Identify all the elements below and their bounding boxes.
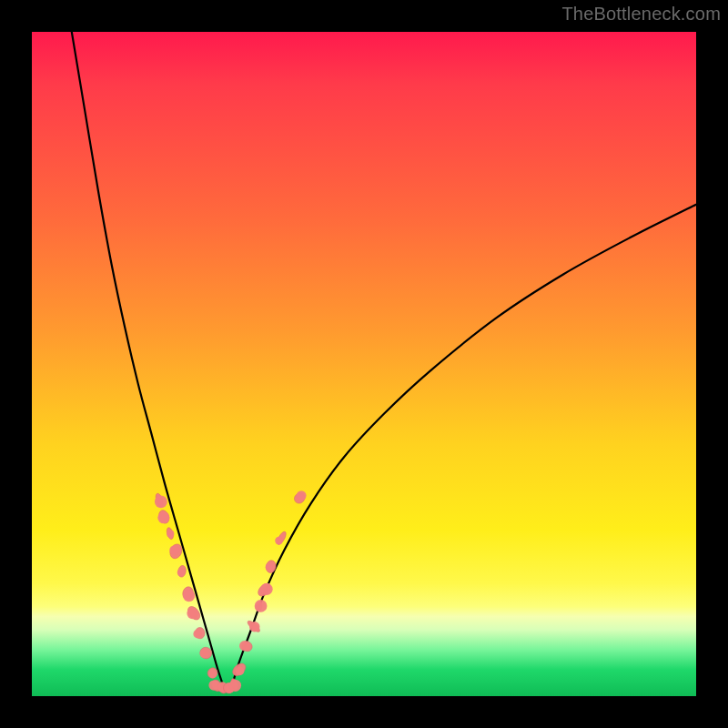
marker-right-cluster (275, 531, 288, 546)
marker-layer (155, 490, 308, 695)
svg-point-17 (200, 649, 209, 658)
marker-left-cluster (155, 492, 167, 508)
chart-plot-area (32, 32, 696, 696)
svg-point-31 (239, 641, 250, 652)
svg-point-35 (255, 600, 268, 612)
svg-point-19 (208, 670, 217, 679)
svg-point-21 (208, 680, 218, 690)
svg-point-13 (187, 608, 197, 619)
chart-svg (32, 32, 696, 696)
marker-right-cluster (256, 581, 273, 599)
marker-right-cluster (265, 560, 277, 574)
marker-right-cluster (239, 640, 254, 653)
svg-point-3 (157, 511, 169, 523)
attribution-text: TheBottleneck.com (561, 4, 721, 25)
svg-point-43 (297, 490, 307, 500)
marker-left-cluster (177, 565, 187, 578)
marker-left-cluster (166, 527, 175, 540)
svg-point-11 (183, 590, 195, 602)
marker-left-cluster (181, 586, 195, 602)
marker-left-cluster (193, 627, 205, 639)
svg-point-27 (229, 680, 241, 692)
curve-layer (72, 32, 696, 690)
svg-point-39 (266, 563, 273, 571)
svg-point-41 (275, 537, 283, 545)
chart-frame: TheBottleneck.com (0, 0, 728, 728)
curve-left-branch (72, 32, 225, 690)
svg-point-9 (177, 569, 186, 577)
marker-left-cluster (157, 509, 171, 525)
svg-point-15 (193, 630, 202, 639)
marker-right-cluster (292, 490, 307, 505)
svg-point-33 (249, 622, 260, 632)
svg-point-7 (169, 545, 179, 555)
svg-point-5 (167, 531, 174, 538)
svg-point-1 (155, 496, 167, 509)
svg-point-37 (260, 583, 272, 595)
marker-right-cluster (255, 600, 268, 612)
marker-bottom-cluster (229, 678, 241, 692)
curve-right-branch (231, 205, 696, 690)
svg-point-29 (236, 667, 245, 676)
